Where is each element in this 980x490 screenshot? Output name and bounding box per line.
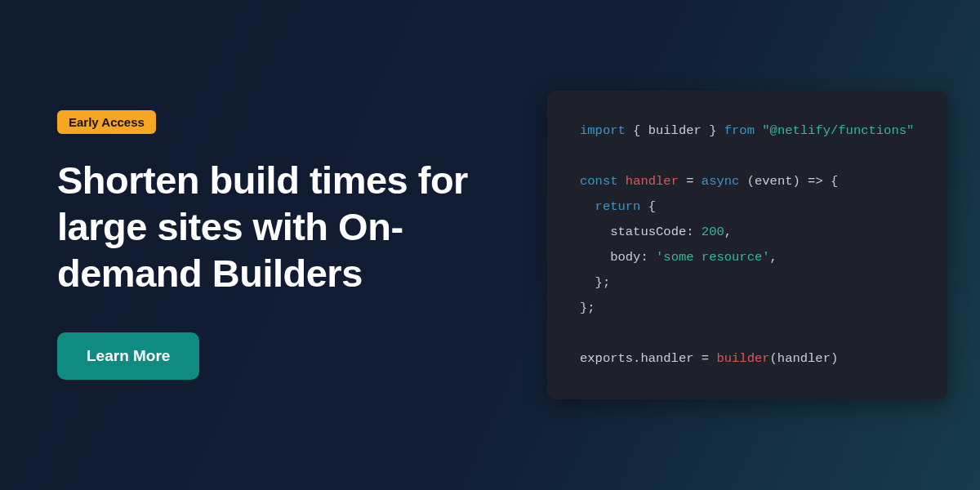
code-token xyxy=(755,123,762,138)
code-token xyxy=(580,250,610,265)
code-token-builder-call: builder xyxy=(716,351,769,366)
code-token: builder xyxy=(648,123,702,138)
code-token-handler: handler xyxy=(626,174,679,189)
code-token-const: const xyxy=(580,174,618,189)
code-token: { xyxy=(640,199,656,214)
hero-left-column: Early Access Shorten build times for lar… xyxy=(57,110,514,381)
code-token-string: "@netlify/functions" xyxy=(762,123,914,138)
code-token: }; xyxy=(595,275,611,290)
hero-right-column: import { builder } from "@netlify/functi… xyxy=(547,91,947,399)
code-token: , xyxy=(770,250,777,265)
code-token-from: from xyxy=(724,123,755,138)
code-snippet: import { builder } from "@netlify/functi… xyxy=(580,118,921,372)
code-token xyxy=(580,199,595,214)
code-token xyxy=(580,275,595,290)
code-token xyxy=(580,225,610,239)
code-token: statusCode: xyxy=(610,225,702,239)
code-token-string: 'some resource' xyxy=(656,250,770,265)
code-token xyxy=(618,174,626,189)
learn-more-button[interactable]: Learn More xyxy=(57,332,199,380)
code-token: (handler) xyxy=(770,351,839,366)
code-token: }; xyxy=(580,301,595,315)
code-token-return: return xyxy=(595,199,641,214)
code-token: = xyxy=(679,174,702,189)
code-token-async: async xyxy=(702,174,740,189)
code-token: body: xyxy=(610,250,656,265)
early-access-badge: Early Access xyxy=(57,110,156,134)
hero-headline: Shorten build times for large sites with… xyxy=(57,157,514,297)
code-snippet-panel: import { builder } from "@netlify/functi… xyxy=(547,91,947,399)
code-token: } xyxy=(702,123,724,138)
code-token: => { xyxy=(808,174,838,189)
code-token-import: import xyxy=(580,123,626,138)
code-token-number: 200 xyxy=(702,225,724,239)
code-token-params: (event) xyxy=(739,174,808,189)
code-token: { xyxy=(626,123,648,138)
code-token: , xyxy=(724,225,732,239)
code-token: exports.handler = xyxy=(580,351,716,366)
